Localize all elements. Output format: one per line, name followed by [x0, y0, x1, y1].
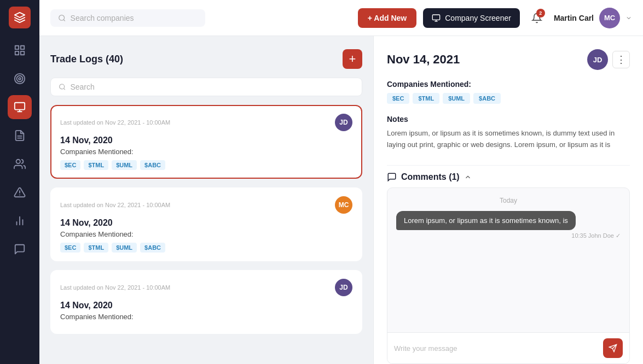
svg-rect-0	[15, 46, 19, 49]
tag: $UML	[112, 160, 137, 170]
right-panel: Nov 14, 2021 JD ⋮ Companies Mentioned: $…	[373, 36, 643, 364]
detail-avatar: JD	[587, 49, 608, 70]
sidebar-item-trade-logs[interactable]	[8, 95, 32, 119]
card-companies-label: Companies Mentioned:	[60, 230, 352, 238]
card-date: 14 Nov, 2020	[60, 301, 352, 310]
card-companies-label: Companies Mentioned:	[60, 313, 352, 321]
trade-card[interactable]: Last updated on Nov 22, 2021 - 10:00AM J…	[50, 270, 362, 334]
card-tags: $EC $TML $UML $ABC	[60, 243, 352, 253]
svg-point-6	[19, 78, 21, 80]
detail-date: Nov 14, 2021	[387, 52, 460, 67]
card-date: 14 Nov, 2020	[60, 218, 352, 228]
add-trade-log-button[interactable]: +	[343, 49, 362, 69]
card-timestamp: Last updated on Nov 22, 2021 - 10:00AM	[60, 284, 170, 291]
sidebar-item-alerts[interactable]	[8, 180, 32, 204]
notification-button[interactable]: 2	[526, 8, 547, 28]
svg-point-21	[60, 84, 65, 89]
tag: $EC	[60, 243, 80, 253]
comments-body: Today Lorem ipsum, or lipsum as it is so…	[387, 187, 630, 364]
sidebar-item-reports[interactable]	[8, 209, 32, 233]
screener-button[interactable]: Company Screener	[423, 8, 520, 28]
svg-point-16	[59, 15, 65, 20]
comments-header[interactable]: Comments (1)	[387, 172, 630, 182]
comment-input[interactable]	[394, 344, 599, 353]
tag: $TML	[84, 243, 108, 253]
svg-rect-3	[15, 51, 19, 55]
detail-header-right: JD ⋮	[587, 49, 630, 70]
sidebar-item-notes[interactable]	[8, 124, 32, 148]
search-input[interactable]	[71, 14, 198, 22]
divider	[387, 165, 630, 166]
card-timestamp: Last updated on Nov 22, 2021 - 10:00AM	[60, 202, 170, 208]
panel-title: Trade Logs (40)	[50, 54, 123, 65]
chevron-up-icon	[464, 173, 472, 181]
card-tags: $EC $TML $UML $ABC	[60, 160, 352, 170]
trade-search-box[interactable]	[50, 78, 362, 96]
trade-card[interactable]: Last updated on Nov 22, 2021 - 10:00AM M…	[50, 187, 362, 261]
user-avatar: MC	[599, 8, 620, 28]
comment-icon	[387, 172, 397, 182]
comment-meta: 10:35 John Doe ✓	[396, 232, 621, 239]
user-name: Martin Carl	[554, 14, 594, 22]
app-logo[interactable]	[9, 7, 31, 28]
tag: $ABC	[140, 160, 165, 170]
svg-point-5	[17, 76, 23, 82]
tag: $UML	[112, 243, 137, 253]
comments-scroll[interactable]: Today Lorem ipsum, or lipsum as it is so…	[387, 188, 629, 332]
chevron-down-icon	[625, 15, 632, 21]
detail-tag: $EC	[387, 93, 409, 104]
card-header: Last updated on Nov 22, 2021 - 10:00AM J…	[60, 279, 352, 296]
detail-tag: $UML	[443, 93, 470, 104]
trade-search-input[interactable]	[70, 83, 354, 91]
content-area: Trade Logs (40) + Last updated on Nov 22…	[39, 36, 643, 364]
search-icon	[58, 14, 66, 22]
svg-rect-7	[15, 103, 25, 110]
more-options-button[interactable]: ⋮	[612, 51, 630, 68]
detail-tag: $TML	[413, 93, 439, 104]
notif-badge: 2	[536, 9, 545, 17]
svg-line-17	[63, 19, 65, 21]
sidebar-item-messages[interactable]	[8, 237, 32, 261]
sidebar-item-radar[interactable]	[8, 67, 32, 91]
detail-tag: $ABC	[473, 93, 501, 104]
card-header: Last updated on Nov 22, 2021 - 10:00AM M…	[60, 196, 352, 214]
trade-card[interactable]: Last updated on Nov 22, 2021 - 10:00AM J…	[50, 105, 362, 179]
tag: $TML	[84, 160, 108, 170]
comment-bubble: Lorem ipsum, or lipsum as it is sometime…	[396, 211, 576, 230]
top-search-wrap[interactable]	[50, 9, 205, 27]
notes-text: Lorem ipsum, or lipsum as it is sometime…	[387, 128, 630, 151]
screener-icon	[432, 14, 441, 22]
notes-section: Notes Lorem ipsum, or lipsum as it is so…	[387, 115, 630, 151]
svg-point-10	[16, 160, 20, 163]
svg-rect-18	[433, 15, 440, 20]
left-panel: Trade Logs (40) + Last updated on Nov 22…	[39, 36, 373, 364]
search-icon-small	[59, 83, 66, 91]
card-timestamp: Last updated on Nov 22, 2021 - 10:00AM	[60, 119, 170, 126]
card-date: 14 Nov, 2020	[60, 136, 352, 145]
comments-today: Today	[396, 197, 621, 204]
tag: $ABC	[140, 243, 165, 253]
sidebar-item-users[interactable]	[8, 152, 32, 176]
svg-rect-2	[21, 51, 24, 55]
comment-input-row	[387, 332, 629, 363]
send-button[interactable]	[603, 338, 623, 358]
svg-line-22	[63, 89, 65, 90]
card-companies-label: Companies Mentioned:	[60, 148, 352, 156]
detail-tags: $EC $TML $UML $ABC	[387, 93, 630, 104]
user-info[interactable]: Martin Carl MC	[554, 8, 632, 28]
svg-rect-1	[21, 46, 24, 49]
tag: $EC	[60, 160, 80, 170]
sidebar	[0, 0, 39, 364]
add-new-button[interactable]: + Add New	[358, 8, 416, 28]
card-avatar: JD	[335, 114, 352, 131]
detail-header: Nov 14, 2021 JD ⋮	[387, 49, 630, 70]
topbar: + Add New Company Screener 2 Martin Carl…	[39, 0, 643, 36]
send-icon	[609, 344, 617, 353]
comments-title: Comments (1)	[401, 172, 460, 182]
panel-header: Trade Logs (40) +	[50, 49, 362, 69]
sidebar-item-dashboard[interactable]	[8, 38, 32, 62]
companies-mentioned-label: Companies Mentioned:	[387, 80, 630, 89]
notes-label: Notes	[387, 115, 630, 124]
card-avatar: MC	[335, 196, 352, 214]
card-avatar: JD	[335, 279, 352, 296]
